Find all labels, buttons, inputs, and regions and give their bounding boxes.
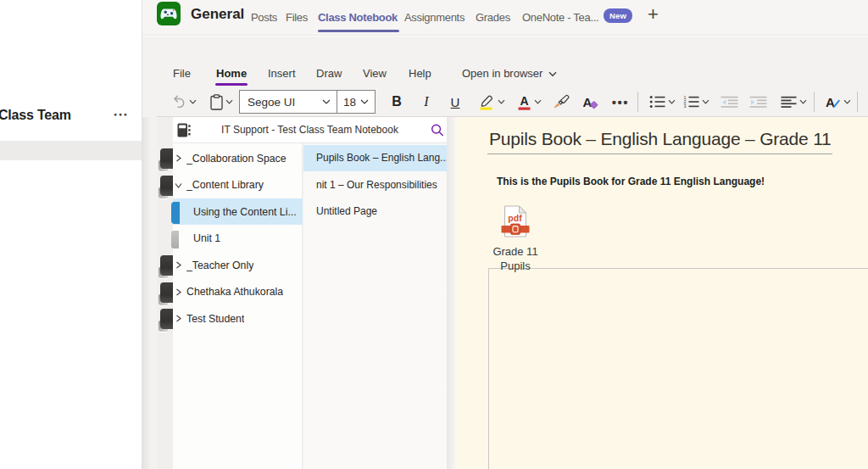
styles-chevron-icon[interactable] — [843, 99, 851, 104]
add-tab-button[interactable]: + — [648, 3, 659, 25]
undo-icon — [172, 95, 186, 109]
chevron-right-icon[interactable] — [175, 288, 182, 296]
ribbon-menu-view[interactable]: View — [363, 65, 387, 86]
channel-tab-files[interactable]: Files — [286, 0, 308, 34]
font-name-value: Segoe UI — [248, 96, 295, 109]
increase-indent-icon — [749, 96, 767, 109]
chevron-right-icon[interactable] — [175, 315, 182, 322]
styles-button[interactable]: A — [822, 87, 853, 116]
channel-tab-onenote-tea[interactable]: OneNote - Tea... — [522, 0, 598, 34]
underline-button[interactable]: U — [445, 87, 465, 116]
section-label: _Collaboration Space — [186, 153, 287, 165]
section-color-tab-selected — [171, 202, 180, 224]
pdf-caption: Grade 11 Pupils — [477, 245, 554, 273]
alignment-button[interactable] — [778, 87, 809, 116]
bullet-list-chevron-icon[interactable] — [668, 99, 676, 104]
section-label: _Content Library — [186, 179, 264, 191]
bullet-list-button[interactable] — [648, 87, 676, 116]
page-title[interactable]: Pupils Book – English Language – Grade 1… — [489, 129, 832, 149]
highlight-color-button[interactable] — [476, 87, 507, 116]
channel-tab-assignments[interactable]: Assignments — [404, 0, 465, 34]
team-more-options-icon[interactable]: ●●● — [114, 111, 129, 117]
page-canvas[interactable]: Pupils Book – English Language – Grade 1… — [455, 117, 868, 469]
section-unit-1[interactable]: Unit 1 — [173, 226, 303, 252]
increase-indent-button[interactable] — [747, 87, 769, 116]
font-color-chevron-icon[interactable] — [534, 99, 542, 104]
ribbon-menu-help[interactable]: Help — [409, 65, 431, 86]
page-item-untitled-page[interactable]: Untitled Page — [303, 198, 447, 225]
chevron-right-icon[interactable] — [175, 261, 182, 269]
channel-title: General — [191, 6, 244, 23]
section-group-tab-icon — [160, 309, 173, 330]
onenote-ribbon: Segoe UI 18 B I U — [142, 36, 868, 116]
page-label: Pupils Book – English Lang... — [316, 152, 447, 164]
alignment-chevron-icon[interactable] — [799, 99, 807, 104]
svg-text:pdf: pdf — [508, 213, 522, 223]
format-painter-icon — [554, 94, 570, 109]
undo-dropdown-chevron-icon[interactable] — [189, 99, 197, 104]
format-painter-button[interactable] — [550, 87, 572, 116]
section-label: _Teacher Only — [186, 260, 253, 271]
section-label: Unit 1 — [193, 232, 220, 244]
section-group-content-library[interactable]: _Content Library — [173, 172, 303, 198]
section-using-the-content-li[interactable]: Using the Content Li... — [173, 198, 303, 225]
channel-list-pane: Class Team ●●● — [0, 0, 142, 469]
highlight-chevron-icon[interactable] — [498, 99, 505, 104]
ribbon-menu-draw[interactable]: Draw — [316, 65, 342, 86]
page-intro-text[interactable]: This is the Pupils Book for Grade 11 Eng… — [497, 176, 765, 187]
page-list-scrollbar[interactable] — [447, 117, 455, 469]
section-group-chethaka-athukorala[interactable]: Chethaka Athukorala — [173, 279, 303, 305]
chevron-right-icon[interactable] — [175, 154, 182, 162]
highlighter-icon — [478, 94, 495, 110]
section-group-test-student[interactable]: Test Student — [173, 305, 303, 332]
section-group-tab-icon — [160, 282, 173, 304]
bullet-list-icon — [649, 95, 665, 109]
channel-tab-grades[interactable]: Grades — [476, 0, 510, 34]
toolbar-separator — [637, 92, 638, 112]
pdf-attachment[interactable]: pdf Grade 11 Pupils — [477, 205, 554, 273]
ribbon-menu-file[interactable]: File — [173, 65, 191, 86]
font-size-select[interactable]: 18 — [337, 91, 375, 113]
numbered-list-button[interactable]: 1 2 3 — [682, 87, 710, 116]
ribbon-menu-home[interactable]: Home — [216, 65, 247, 86]
page-item-nit-1-our-responsibilities[interactable]: nit 1 – Our Responsibilities — [303, 171, 447, 198]
notebook-shell: _Collaboration Space_Content LibraryUsin… — [142, 116, 868, 469]
section-group-tab-icon — [160, 255, 173, 276]
section-tab-strip — [157, 117, 173, 469]
notebook-header: IT Support - Test Class Team Notebook — [173, 117, 447, 143]
pdf-printout-frame — [488, 268, 868, 469]
channel-tab-posts[interactable]: Posts — [251, 0, 277, 34]
paste-dropdown-chevron-icon[interactable] — [225, 99, 233, 104]
open-in-browser-button[interactable]: Open in browser — [462, 65, 557, 86]
ribbon-menu-insert[interactable]: Insert — [268, 65, 296, 86]
page-list: Pupils Book – English Lang...nit 1 – Our… — [303, 143, 447, 469]
font-controls: Segoe UI 18 — [239, 90, 376, 114]
section-label: Using the Content Li... — [193, 206, 297, 218]
font-name-select[interactable]: Segoe UI — [240, 91, 337, 113]
toolbar-more-button[interactable]: ••• — [609, 87, 632, 116]
clear-formatting-button[interactable]: A — [578, 87, 602, 116]
paste-button[interactable] — [207, 87, 236, 116]
search-icon[interactable] — [431, 123, 444, 137]
numbered-list-chevron-icon[interactable] — [702, 99, 709, 104]
font-name-chevron-icon — [322, 99, 331, 104]
channel-row[interactable] — [0, 141, 142, 160]
page-item-pupils-book-english-lang[interactable]: Pupils Book – English Lang... — [303, 145, 447, 171]
clear-formatting-icon: A — [581, 94, 598, 109]
undo-button[interactable] — [170, 87, 199, 116]
pdf-file-icon[interactable]: pdf — [501, 205, 530, 237]
decrease-indent-button[interactable] — [718, 87, 740, 116]
section-color-tab — [171, 231, 179, 248]
ribbon-toolbar: Segoe UI 18 B I U — [142, 87, 868, 116]
channel-tab-class-notebook[interactable]: Class Notebook — [318, 0, 398, 34]
chevron-down-icon[interactable] — [175, 181, 182, 189]
section-group-collaboration-space[interactable]: _Collaboration Space — [173, 145, 303, 171]
italic-button[interactable]: I — [417, 87, 436, 116]
bold-button[interactable]: B — [387, 87, 407, 116]
pdf-caption-line1: Grade 11 — [477, 245, 554, 260]
font-color-button[interactable]: A — [515, 87, 543, 116]
numbered-list-icon: 1 2 3 — [683, 95, 699, 109]
section-group-teacher-only[interactable]: _Teacher Only — [173, 252, 303, 278]
notebook-title: IT Support - Test Class Team Notebook — [173, 117, 447, 142]
svg-text:3: 3 — [683, 103, 686, 109]
